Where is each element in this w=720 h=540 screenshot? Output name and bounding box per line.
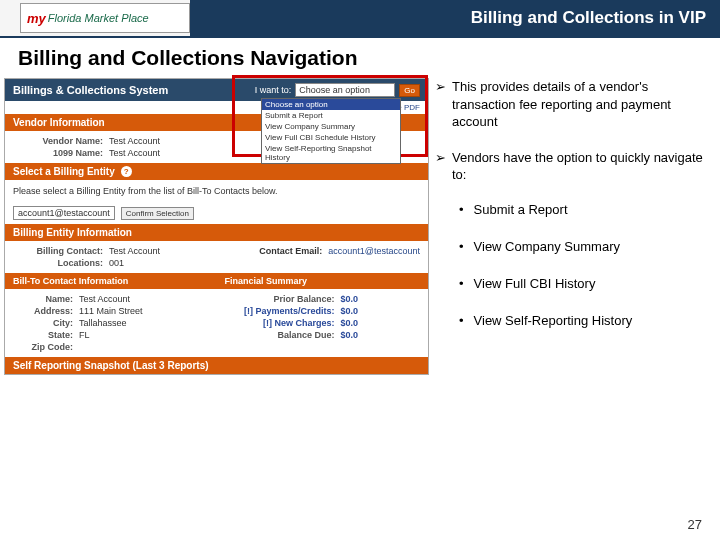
- billto-addr: 111 Main Street: [79, 306, 143, 316]
- sub-bullet: •View Company Summary: [459, 239, 708, 254]
- nav-dropdown[interactable]: Choose an option: [295, 83, 395, 97]
- entity-select[interactable]: account1@testaccount: [13, 206, 115, 220]
- new-charges-label: [!] New Charges:: [225, 318, 335, 328]
- snapshot-hdr: Self Reporting Snapshot (Last 3 Reports): [5, 357, 428, 374]
- section-heading: Billing and Collections Navigation: [0, 38, 720, 78]
- billto-zip-label: Zip Code:: [13, 342, 73, 352]
- balance-due: $0.0: [341, 330, 359, 340]
- fin-summary-hdr: Financial Summary: [217, 273, 429, 289]
- dropdown-option[interactable]: Choose an option: [262, 99, 400, 110]
- go-button[interactable]: Go: [399, 84, 420, 97]
- header-right: Billing and Collections in VIP: [190, 0, 720, 36]
- sub-text: View Self-Reporting History: [474, 313, 633, 328]
- locations-label: Locations:: [13, 258, 103, 268]
- billto-city: Tallahassee: [79, 318, 127, 328]
- arrow-icon: ➢: [435, 78, 446, 131]
- sub-bullet: •View Self-Reporting History: [459, 313, 708, 328]
- dropdown-option[interactable]: View Company Summary: [262, 121, 400, 132]
- bullet-1-text: This provides details of a vendor's tran…: [452, 78, 708, 131]
- new-charges: $0.0: [341, 318, 359, 328]
- balance-due-label: Balance Due:: [225, 330, 335, 340]
- confirm-button[interactable]: Confirm Selection: [121, 207, 194, 220]
- billto-city-label: City:: [13, 318, 73, 328]
- billing-contact-label: Billing Contact:: [13, 246, 103, 256]
- help-icon[interactable]: ?: [121, 166, 132, 177]
- select-entity-hdr: Select a Billing Entity?: [5, 163, 428, 180]
- sub-text: View Company Summary: [474, 239, 620, 254]
- tax-name-label: 1099 Name:: [13, 148, 103, 158]
- sub-text: Submit a Report: [474, 202, 568, 217]
- dropdown-option[interactable]: Submit a Report: [262, 110, 400, 121]
- billing-entity-info-hdr: Billing Entity Information: [5, 224, 428, 241]
- vendor-name-label: Vendor Name:: [13, 136, 103, 146]
- vendor-name: Test Account: [109, 136, 160, 146]
- iwantto-label: I want to:: [255, 85, 292, 95]
- sub-text: View Full CBI History: [474, 276, 596, 291]
- arrow-icon: ➢: [435, 149, 446, 184]
- contact-email: account1@testaccount: [328, 246, 420, 256]
- billto-state-label: State:: [13, 330, 73, 340]
- sys-title: Billings & Collections System: [13, 84, 168, 96]
- dot-icon: •: [459, 313, 464, 328]
- contact-email-label: Contact Email:: [259, 246, 322, 256]
- prior-balance: $0.0: [341, 294, 359, 304]
- logo: my Florida Market Place: [20, 3, 190, 33]
- logo-my: my: [27, 11, 46, 26]
- app-screenshot: Billings & Collections System I want to:…: [4, 78, 429, 375]
- dot-icon: •: [459, 202, 464, 217]
- logo-text: Florida Market Place: [48, 12, 149, 24]
- page-number: 27: [688, 517, 702, 532]
- billto-name: Test Account: [79, 294, 130, 304]
- bullet-2: ➢ Vendors have the option to quickly nav…: [435, 149, 708, 184]
- billto-hdr: Bill-To Contact Information: [5, 273, 217, 289]
- billto-state: FL: [79, 330, 90, 340]
- dropdown-option[interactable]: View Self-Reporting Snapshot History: [262, 143, 400, 163]
- locations: 001: [109, 258, 124, 268]
- dot-icon: •: [459, 276, 464, 291]
- payments-label: [!] Payments/Credits:: [225, 306, 335, 316]
- bullet-2-text: Vendors have the option to quickly navig…: [452, 149, 708, 184]
- sub-bullet: •Submit a Report: [459, 202, 708, 217]
- prior-balance-label: Prior Balance:: [225, 294, 335, 304]
- payments: $0.0: [341, 306, 359, 316]
- bullet-1: ➢ This provides details of a vendor's tr…: [435, 78, 708, 131]
- slide-title: Billing and Collections in VIP: [471, 8, 706, 28]
- select-entity-title: Select a Billing Entity: [13, 166, 115, 177]
- tax-name: Test Account: [109, 148, 160, 158]
- billto-name-label: Name:: [13, 294, 73, 304]
- header-bar: my Florida Market Place Billing and Coll…: [0, 0, 720, 38]
- billing-contact: Test Account: [109, 246, 160, 256]
- dropdown-option[interactable]: View Full CBI Schedule History: [262, 132, 400, 143]
- dot-icon: •: [459, 239, 464, 254]
- select-entity-instruction: Please select a Billing Entity from the …: [13, 184, 420, 198]
- billto-addr-label: Address:: [13, 306, 73, 316]
- nav-dropdown-list[interactable]: Choose an option Submit a Report View Co…: [261, 98, 401, 164]
- sub-bullet: •View Full CBI History: [459, 276, 708, 291]
